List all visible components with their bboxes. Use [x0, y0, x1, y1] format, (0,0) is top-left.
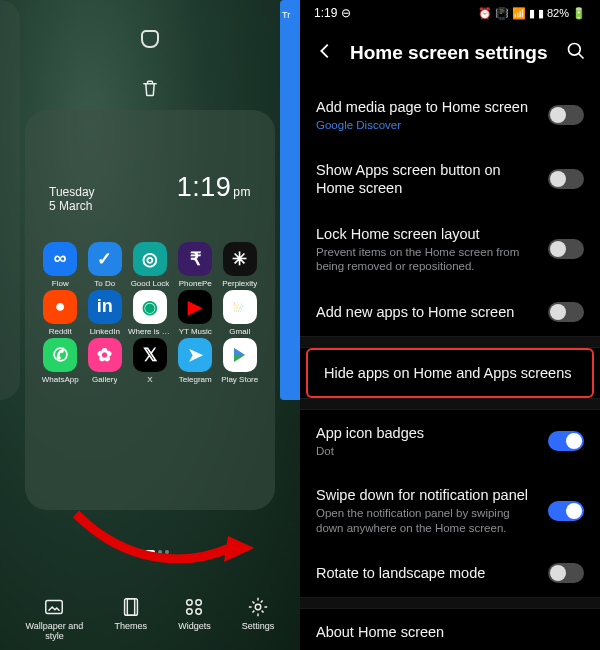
title-bar: Home screen settings [300, 26, 600, 84]
app-telegram[interactable]: ➤Telegram [174, 338, 217, 384]
search-button[interactable] [566, 41, 586, 65]
setting-row-add-new-apps-to-home-screen[interactable]: Add new apps to Home screen [300, 288, 600, 336]
highlight-box: Hide apps on Home and Apps screens [306, 348, 594, 398]
next-page-app-hint: Tr [282, 10, 290, 20]
app-linkedin[interactable]: inLinkedIn [84, 290, 127, 336]
app-gallery[interactable]: ✿Gallery [84, 338, 127, 384]
setting-row-swipe-down-for-notification-panel[interactable]: Swipe down for notification panelOpen th… [300, 472, 600, 549]
app-label: Perplexity [222, 279, 257, 288]
setting-row-add-media-page-to-home-screen[interactable]: Add media page to Home screenGoogle Disc… [300, 84, 600, 147]
setting-subtitle: Google Discover [316, 118, 536, 132]
date-widget: Tuesday 5 March [49, 185, 95, 214]
app-whatsapp[interactable]: ✆WhatsApp [39, 338, 82, 384]
app-x[interactable]: 𝕏X [128, 338, 172, 384]
setting-title: Lock Home screen layout [316, 225, 536, 243]
svg-rect-0 [46, 601, 63, 614]
app-good-lock[interactable]: ◎Good Lock [128, 242, 172, 288]
setting-row-show-apps-screen-button-on-home-screen[interactable]: Show Apps screen button on Home screen [300, 147, 600, 211]
app-flow[interactable]: ∞Flow [39, 242, 82, 288]
svg-point-9 [569, 44, 581, 56]
setting-subtitle: Dot [316, 444, 536, 458]
app-label: Gmail [229, 327, 250, 336]
app-icon: ✳ [223, 242, 257, 276]
app-icon: ✿ [88, 338, 122, 372]
alarm-icon: ⏰ [478, 7, 492, 20]
wallpaper-label: Wallpaper and style [26, 622, 84, 642]
setting-row-lock-home-screen-layout[interactable]: Lock Home screen layoutPrevent items on … [300, 211, 600, 288]
app-label: Gallery [92, 375, 117, 384]
home-icon[interactable] [141, 30, 159, 48]
settings-list: Add media page to Home screenGoogle Disc… [300, 84, 600, 650]
settings-button[interactable]: Settings [242, 596, 275, 642]
app-icon: ₹ [178, 242, 212, 276]
app-to-do[interactable]: ✓To Do [84, 242, 127, 288]
setting-row-app-icon-badges[interactable]: App icon badgesDot [300, 410, 600, 473]
battery-icon: 🔋 [572, 7, 586, 20]
toggle[interactable] [548, 563, 584, 583]
clock-time: 1:19 [177, 172, 232, 202]
app-label: Where is my.. [128, 327, 172, 336]
themes-label: Themes [114, 622, 147, 632]
app-perplexity[interactable]: ✳Perplexity [219, 242, 262, 288]
app-reddit[interactable]: ●Reddit [39, 290, 82, 336]
app-gmail[interactable]: MGmail [219, 290, 262, 336]
widgets-button[interactable]: Widgets [178, 596, 211, 642]
app-where-is-my-[interactable]: ◉Where is my.. [128, 290, 172, 336]
app-icon: ▶ [178, 290, 212, 324]
setting-row-hide-apps-on-home-and-apps-screens[interactable]: Hide apps on Home and Apps screens [308, 350, 592, 396]
svg-point-7 [255, 604, 261, 610]
status-time: 1:19 [314, 6, 337, 20]
toggle[interactable] [548, 169, 584, 189]
launcher-edit-screen: Tr Tuesday 5 March 1:19pm ∞Flow✓To Do◎Go… [0, 0, 300, 650]
app-label: Telegram [179, 375, 212, 384]
setting-row-rotate-to-landscape-mode[interactable]: Rotate to landscape mode [300, 549, 600, 597]
svg-rect-1 [124, 599, 137, 616]
app-label: Reddit [49, 327, 72, 336]
app-label: LinkedIn [90, 327, 120, 336]
app-label: YT Music [179, 327, 212, 336]
remove-page-button[interactable] [140, 78, 160, 102]
app-play-store[interactable]: Play Store [219, 338, 262, 384]
signal1-icon: ▮ [529, 7, 535, 20]
home-page-preview[interactable]: Tuesday 5 March 1:19pm ∞Flow✓To Do◎Good … [25, 110, 275, 510]
status-right: ⏰ 📳 📶 ▮ ▮ 82% 🔋 [478, 7, 586, 20]
widgets-label: Widgets [178, 622, 211, 632]
settings-screen: 1:19 ⊖ ⏰ 📳 📶 ▮ ▮ 82% 🔋 Home screen setti… [300, 0, 600, 650]
clock-widget: 1:19pm [177, 172, 251, 203]
page-indicator [131, 550, 169, 554]
wallpaper-button[interactable]: Wallpaper and style [26, 596, 84, 642]
clock-ampm: pm [233, 185, 251, 199]
app-label: To Do [94, 279, 115, 288]
toggle[interactable] [548, 501, 584, 521]
launcher-toolbar: Wallpaper and style Themes Widgets Setti… [0, 596, 300, 642]
toggle[interactable] [548, 239, 584, 259]
app-icon: ∞ [43, 242, 77, 276]
back-button[interactable] [314, 40, 336, 66]
setting-subtitle: Open the notification panel by swiping d… [316, 506, 536, 535]
toggle[interactable] [548, 105, 584, 125]
wifi-icon: 📶 [512, 7, 526, 20]
app-icon: in [88, 290, 122, 324]
toggle[interactable] [548, 431, 584, 451]
app-label: WhatsApp [42, 375, 79, 384]
themes-button[interactable]: Themes [114, 596, 147, 642]
svg-marker-8 [224, 536, 254, 562]
app-icon: ✓ [88, 242, 122, 276]
settings-label: Settings [242, 622, 275, 632]
app-icon: ◎ [133, 242, 167, 276]
battery-percent: 82% [547, 7, 569, 19]
app-label: Flow [52, 279, 69, 288]
toggle[interactable] [548, 302, 584, 322]
app-yt-music[interactable]: ▶YT Music [174, 290, 217, 336]
app-icon: M [223, 290, 257, 324]
date-weekday: Tuesday [49, 185, 95, 199]
setting-title: Add media page to Home screen [316, 98, 536, 116]
page-title: Home screen settings [350, 42, 552, 64]
app-icon: ✆ [43, 338, 77, 372]
app-label: Play Store [221, 375, 258, 384]
setting-title: Hide apps on Home and Apps screens [324, 364, 576, 382]
app-icon: 𝕏 [133, 338, 167, 372]
app-phonepe[interactable]: ₹PhonePe [174, 242, 217, 288]
setting-row-about-home-screen[interactable]: About Home screen [300, 609, 600, 650]
svg-point-3 [187, 600, 193, 606]
